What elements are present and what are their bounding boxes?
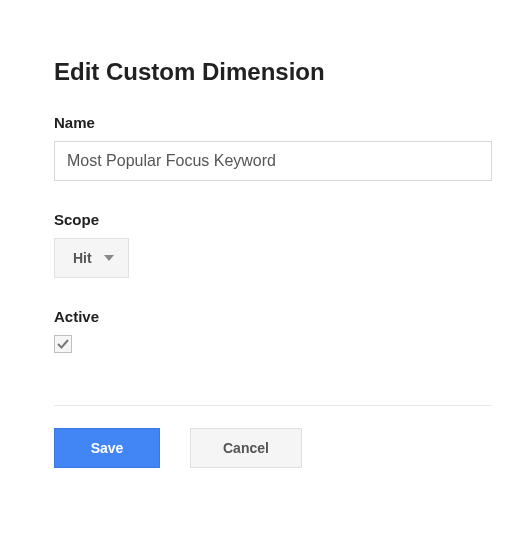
name-input[interactable] [54, 141, 492, 181]
name-field-group: Name [54, 114, 492, 181]
active-field-group: Active [54, 308, 492, 355]
active-checkbox[interactable] [54, 335, 72, 353]
name-label: Name [54, 114, 492, 131]
caret-down-icon [104, 255, 114, 261]
scope-label: Scope [54, 211, 492, 228]
cancel-button[interactable]: Cancel [190, 428, 302, 468]
scope-select[interactable]: Hit [54, 238, 129, 278]
active-label: Active [54, 308, 492, 325]
divider [54, 405, 492, 406]
scope-field-group: Scope Hit [54, 211, 492, 278]
action-bar: Save Cancel [54, 428, 492, 468]
check-icon [56, 337, 70, 351]
scope-value: Hit [73, 250, 92, 266]
page-title: Edit Custom Dimension [54, 58, 492, 86]
svg-marker-0 [104, 255, 114, 261]
save-button[interactable]: Save [54, 428, 160, 468]
